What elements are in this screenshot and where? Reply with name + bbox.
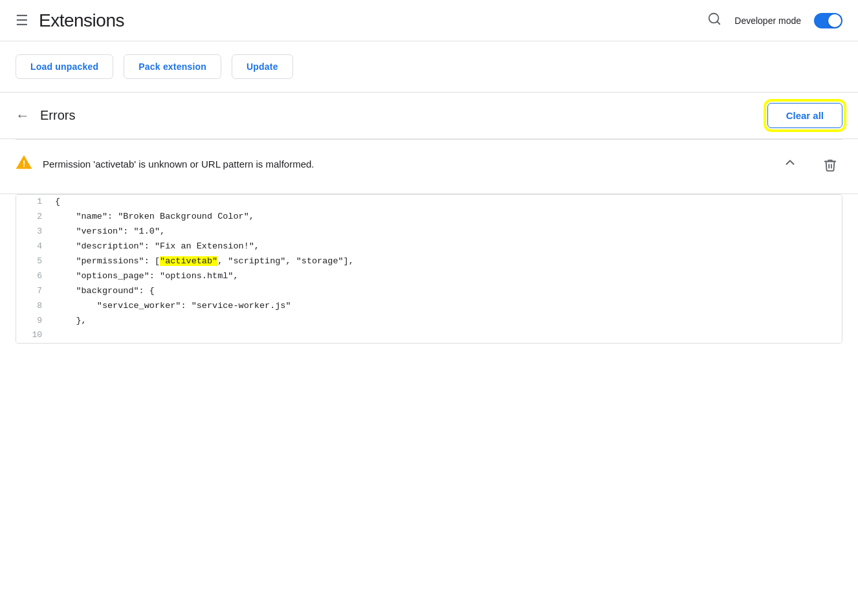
code-block: 1{2 "name": "Broken Background Color",3 … (16, 195, 842, 343)
svg-line-1 (718, 21, 720, 24)
error-item-left: ! Permission 'activetab' is unknown or U… (16, 153, 797, 175)
header: ☰ Extensions Developer mode (0, 0, 858, 41)
warning-icon: ! (16, 154, 32, 175)
chevron-up-icon[interactable] (783, 155, 797, 173)
code-line: 10 (16, 328, 842, 342)
line-number: 8 (16, 299, 50, 313)
code-line: 6 "options_page": "options.html", (16, 269, 842, 284)
line-number: 6 (16, 269, 50, 283)
code-line: 3 "version": "1.0", (16, 225, 842, 239)
line-content: "background": { (50, 284, 160, 299)
code-line: 1{ (16, 195, 842, 210)
line-content: { (50, 195, 65, 210)
toolbar: Load unpacked Pack extension Update (0, 41, 858, 93)
line-content: "options_page": "options.html", (50, 269, 244, 284)
line-number: 5 (16, 254, 50, 269)
line-number: 3 (16, 225, 50, 239)
code-line: 9 }, (16, 314, 842, 329)
line-content: "service_worker": "service-worker.js" (50, 299, 296, 314)
load-unpacked-button[interactable]: Load unpacked (16, 54, 113, 79)
errors-header: ← Errors Clear all (0, 93, 858, 139)
page-title: Extensions (39, 10, 124, 31)
delete-error-icon[interactable] (818, 153, 842, 181)
back-arrow-icon[interactable]: ← (16, 107, 30, 124)
header-left: ☰ Extensions (16, 10, 124, 31)
error-item: ! Permission 'activetab' is unknown or U… (0, 140, 858, 194)
line-content: }, (50, 314, 92, 329)
developer-mode-label: Developer mode (734, 16, 801, 26)
clear-all-button[interactable]: Clear all (767, 103, 842, 128)
hamburger-icon[interactable]: ☰ (16, 14, 28, 28)
svg-text:!: ! (23, 159, 26, 169)
errors-header-left: ← Errors (16, 107, 75, 124)
highlighted-text: "activetab" (160, 256, 217, 266)
code-line: 2 "name": "Broken Background Color", (16, 210, 842, 225)
line-content: "name": "Broken Background Color", (50, 210, 259, 225)
code-container: 1{2 "name": "Broken Background Color",3 … (16, 194, 842, 344)
error-message-text: Permission 'activetab' is unknown or URL… (43, 159, 765, 170)
code-line: 5 "permissions": ["activetab", "scriptin… (16, 254, 842, 269)
search-icon[interactable] (707, 12, 721, 30)
header-right: Developer mode (707, 12, 842, 30)
line-number: 9 (16, 314, 50, 328)
errors-title: Errors (40, 108, 75, 123)
line-number: 10 (16, 328, 50, 342)
line-number: 2 (16, 210, 50, 224)
code-line: 7 "background": { (16, 284, 842, 299)
line-content: "description": "Fix an Extension!", (50, 239, 265, 254)
line-content: "permissions": ["activetab", "scripting"… (50, 254, 359, 269)
toggle-track (814, 13, 842, 28)
developer-mode-toggle[interactable] (814, 13, 842, 28)
code-line: 8 "service_worker": "service-worker.js" (16, 299, 842, 314)
pack-extension-button[interactable]: Pack extension (124, 54, 221, 79)
line-number: 7 (16, 284, 50, 298)
toggle-thumb (828, 14, 841, 27)
line-number: 1 (16, 195, 50, 209)
line-content: "version": "1.0", (50, 225, 170, 239)
code-line: 4 "description": "Fix an Extension!", (16, 239, 842, 254)
line-number: 4 (16, 239, 50, 254)
update-button[interactable]: Update (232, 54, 293, 79)
